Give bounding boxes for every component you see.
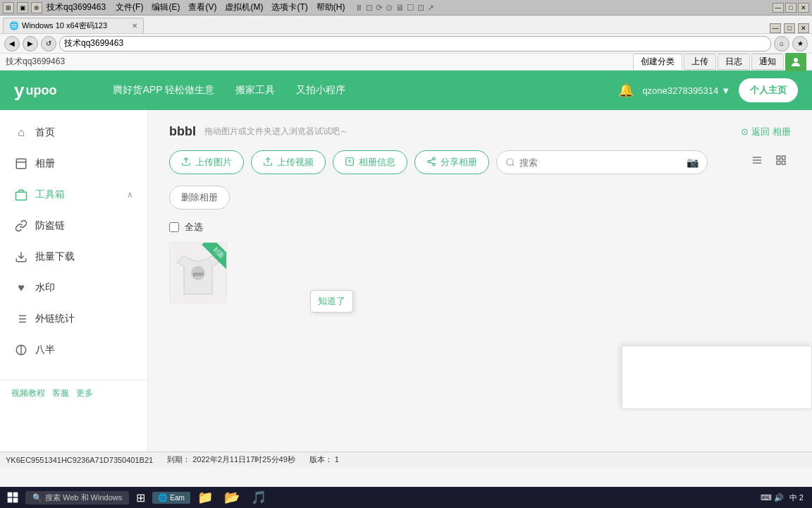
- sidebar-item-watermark[interactable]: ♥ 水印: [0, 272, 147, 303]
- task-view-button[interactable]: ⊞: [132, 490, 149, 506]
- license-code: YK6EC9551341HC9236A71D7350401B21: [6, 456, 153, 464]
- camera-icon[interactable]: 📷: [687, 157, 699, 168]
- svg-point-0: [794, 58, 798, 62]
- back-to-album[interactable]: ⊙ 返回 相册: [741, 126, 791, 138]
- menu-view[interactable]: 查看(V): [184, 1, 221, 14]
- inner-tab-create[interactable]: 创建分类: [633, 54, 682, 70]
- footer-link-more[interactable]: 更多: [76, 387, 93, 399]
- delete-row: 删除相册: [169, 186, 791, 210]
- taskbar-folder[interactable]: 📂: [220, 488, 244, 507]
- inner-tab-notify[interactable]: 通知: [751, 54, 784, 70]
- search-icon: [505, 157, 515, 167]
- menu-file[interactable]: 文件(F): [111, 1, 147, 14]
- nav-app[interactable]: 腾好货APP 轻松做生意: [113, 84, 214, 97]
- taskbar-tray-icons: ⌨ 🔊: [761, 493, 784, 502]
- taskbar-search[interactable]: 🔍 搜索 Web 和 Windows: [25, 491, 129, 504]
- external-stats-icon: [14, 312, 28, 326]
- sidebar-label-home: 首页: [35, 126, 55, 139]
- expiry-label: 到期： 2022年2月11日17时25分49秒: [167, 454, 295, 465]
- footer-link-service[interactable]: 客服: [52, 387, 69, 399]
- menu-help[interactable]: 帮助(H): [312, 1, 350, 14]
- tab-close-button[interactable]: ✕: [132, 22, 137, 30]
- logo-text: upoo: [25, 83, 56, 98]
- tab-icon: 🌐: [9, 21, 19, 30]
- sidebar-item-half[interactable]: 八半: [0, 334, 147, 365]
- user-avatar-button[interactable]: [785, 53, 806, 71]
- nav-miniapp[interactable]: 又拍小程序: [296, 84, 345, 97]
- sidebar-item-toolbox[interactable]: 工具箱 ∧: [0, 179, 147, 210]
- album-info-icon: [345, 157, 355, 169]
- share-album-button[interactable]: 分享相册: [414, 150, 489, 174]
- sidebar-item-external-stats[interactable]: 外链统计: [0, 303, 147, 334]
- menu-vm[interactable]: 虚拟机(M): [221, 1, 267, 14]
- svg-rect-27: [782, 156, 785, 159]
- browser-maximize[interactable]: □: [784, 23, 795, 33]
- minimize-button[interactable]: —: [773, 3, 784, 13]
- svg-rect-33: [13, 492, 18, 497]
- search-input[interactable]: [519, 157, 682, 168]
- taskbar-time: 中 2: [789, 492, 804, 503]
- upload-video-icon: [263, 157, 273, 169]
- footer-link-tutorial[interactable]: 视频教程: [11, 387, 45, 399]
- dropdown-arrow: ▼: [721, 85, 730, 96]
- svg-rect-29: [782, 161, 785, 164]
- start-button[interactable]: [3, 492, 23, 503]
- title-bar: ⊞ ▣ ⊛ 技术qq3699463 文件(F) 编辑(E) 查看(V) 虚拟机(…: [0, 0, 812, 16]
- sort-icons: [747, 150, 791, 174]
- forward-button[interactable]: ▶: [23, 36, 38, 52]
- upload-video-button[interactable]: 上传视频: [251, 150, 326, 174]
- sidebar-item-album[interactable]: 相册: [0, 148, 147, 179]
- taskbar-file-explorer[interactable]: 📁: [193, 488, 217, 507]
- user-dropdown[interactable]: qzone3278395314 ▼: [642, 85, 730, 96]
- select-all-row: 全选: [169, 221, 791, 234]
- sort-button[interactable]: [747, 150, 767, 170]
- inner-tab-upload[interactable]: 上传: [684, 54, 716, 70]
- back-button[interactable]: ◀: [4, 36, 20, 52]
- svg-rect-32: [8, 492, 13, 497]
- select-all-checkbox[interactable]: [169, 222, 179, 232]
- browser-minimize[interactable]: —: [770, 23, 781, 33]
- svg-line-22: [512, 164, 515, 167]
- logo-y: y: [14, 80, 24, 102]
- close-button[interactable]: ✕: [798, 3, 809, 13]
- header-nav: 腾好货APP 轻松做生意 搬家工具 又拍小程序: [113, 84, 345, 97]
- window-controls[interactable]: — □ ✕: [773, 3, 809, 13]
- delete-album-button[interactable]: 删除相册: [169, 186, 230, 210]
- personal-home-button[interactable]: 个人主页: [739, 78, 798, 102]
- svg-rect-28: [777, 161, 780, 164]
- browser-tab-label[interactable]: Windows 10 x64密码123: [22, 20, 129, 31]
- maximize-button[interactable]: □: [785, 3, 796, 13]
- star-btn[interactable]: ★: [792, 36, 808, 52]
- refresh-button[interactable]: ↺: [41, 36, 56, 52]
- taskbar-browser[interactable]: 🌐 Eam: [152, 492, 190, 504]
- svg-rect-34: [8, 498, 13, 503]
- search-text: 搜索 Web 和 Windows: [45, 492, 122, 503]
- sidebar-item-home[interactable]: ⌂ 首页: [0, 117, 147, 148]
- select-all-label[interactable]: 全选: [185, 221, 203, 234]
- share-icon: [426, 157, 436, 169]
- nav-tools[interactable]: 搬家工具: [235, 84, 275, 97]
- home-btn[interactable]: ⌂: [774, 36, 789, 52]
- menu-edit[interactable]: 编辑(E): [147, 1, 184, 14]
- app-icon-3: ⊛: [31, 2, 42, 13]
- toolbox-expand-icon[interactable]: ∧: [127, 190, 133, 200]
- tooltip-text[interactable]: 知道了: [318, 296, 345, 306]
- upload-image-button[interactable]: 上传图片: [169, 150, 244, 174]
- sidebar-item-batch-download[interactable]: 批量下载: [0, 241, 147, 272]
- batch-download-icon: [14, 250, 28, 264]
- sidebar-item-antileech[interactable]: 防盗链: [0, 210, 147, 241]
- sidebar-label-watermark: 水印: [35, 282, 55, 294]
- image-item[interactable]: shirt 封面: [169, 242, 227, 303]
- address-input[interactable]: [59, 36, 771, 52]
- svg-line-19: [430, 162, 433, 163]
- taskbar-app[interactable]: 🎵: [247, 488, 271, 507]
- inner-tab-log[interactable]: 日志: [718, 54, 750, 70]
- bell-icon[interactable]: 🔔: [618, 83, 634, 98]
- browser-close[interactable]: ✕: [798, 23, 809, 33]
- menu-tab[interactable]: 选项卡(T): [267, 1, 312, 14]
- back-icon: ⊙: [741, 126, 749, 137]
- grid-view-button[interactable]: [771, 150, 791, 170]
- album-info-button[interactable]: 相册信息: [333, 150, 407, 174]
- bottom-bar: YK6EC9551341HC9236A71D7350401B21 到期： 202…: [0, 452, 812, 467]
- windows-icon: [7, 492, 18, 503]
